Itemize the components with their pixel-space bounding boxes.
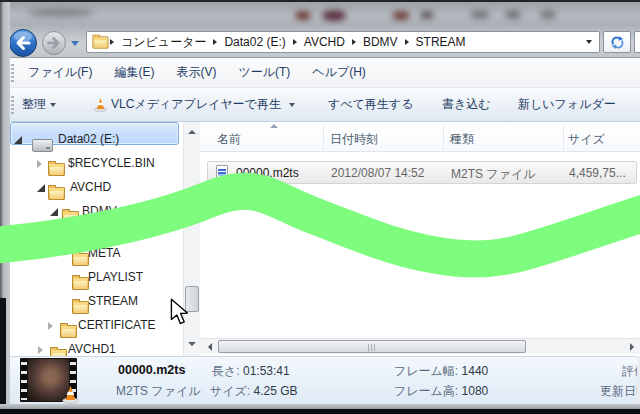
desktop-background-strip bbox=[0, 409, 640, 414]
expander-open-icon[interactable] bbox=[50, 208, 58, 216]
column-divider[interactable] bbox=[323, 124, 324, 150]
refresh-button[interactable] bbox=[603, 31, 631, 53]
breadcrumb-item-computer[interactable]: コンピューター bbox=[115, 34, 212, 51]
tree-item-stream-selected[interactable]: STREAM bbox=[10, 290, 183, 313]
breadcrumb-item-drive[interactable]: Data02 (E:) bbox=[218, 35, 291, 49]
thumb-grip-icon bbox=[368, 344, 377, 351]
list-horizontal-scrollbar[interactable] bbox=[200, 338, 640, 354]
scroll-left-button[interactable] bbox=[202, 339, 218, 355]
menu-tools[interactable]: ツール(T) bbox=[227, 64, 301, 81]
scroll-down-button[interactable] bbox=[184, 336, 200, 352]
new-folder-button[interactable]: 新しいフォルダー bbox=[518, 88, 616, 121]
play-all-label: すべて再生する bbox=[328, 96, 413, 113]
refresh-icon bbox=[610, 35, 625, 50]
tree-item-playlist[interactable]: PLAYLIST bbox=[10, 266, 183, 289]
triangle-down-icon bbox=[188, 342, 196, 346]
address-folder-icon bbox=[92, 36, 108, 48]
forward-button[interactable] bbox=[41, 30, 67, 56]
address-history-dropdown[interactable] bbox=[586, 40, 592, 44]
file-row-00000-m2ts[interactable]: 00000.m2ts 2012/08/07 14:52 M2TS ファイル 4,… bbox=[207, 161, 637, 184]
folder-icon bbox=[50, 349, 67, 356]
folder-icon bbox=[72, 301, 89, 314]
column-header-type[interactable]: 種類 bbox=[450, 131, 474, 148]
breadcrumb-item-avchd[interactable]: AVCHD bbox=[298, 35, 351, 49]
menu-edit[interactable]: 編集(E) bbox=[103, 64, 165, 81]
new-folder-label: 新しいフォルダー bbox=[518, 96, 616, 113]
navigation-tree-pane: Data02 (E:) $RECYCLE.BIN AVCHD BDMV META… bbox=[10, 122, 183, 356]
column-header-name[interactable]: 名前 bbox=[217, 131, 241, 148]
vlc-play-button[interactable]: VLCメディアプレイヤーで再生 bbox=[94, 88, 295, 121]
sort-ascending-icon bbox=[270, 124, 278, 128]
triangle-right-icon bbox=[630, 343, 634, 351]
expander-open-icon[interactable] bbox=[14, 136, 22, 144]
file-date: 2012/08/07 14:52 bbox=[331, 166, 424, 180]
tree-item-bdmv[interactable]: BDMV bbox=[10, 200, 183, 223]
column-divider[interactable] bbox=[443, 124, 444, 150]
triangle-left-icon bbox=[208, 343, 212, 351]
breadcrumb: コンピューター Data02 (E:) AVCHD BDMV STREAM bbox=[86, 31, 600, 53]
breadcrumb-separator-icon bbox=[213, 39, 217, 45]
details-pane: 00000.m2ts M2TS ファイル 長さ: 01:53:41 サイズ: 4… bbox=[10, 356, 637, 404]
file-list-pane: 名前 日付時刻 種類 サイズ 00000.m2ts 2012/08/07 14:… bbox=[200, 122, 640, 356]
details-length: 長さ: 01:53:41 bbox=[212, 363, 290, 380]
tree-item-label: BDMV bbox=[82, 204, 117, 218]
recent-pages-dropdown[interactable] bbox=[71, 41, 79, 46]
titlebar-blur-blob bbox=[28, 8, 94, 17]
scrollbar-thumb[interactable] bbox=[218, 340, 526, 353]
scroll-up-button[interactable] bbox=[184, 124, 200, 140]
titlebar-blur-blob bbox=[322, 10, 346, 21]
expander-closed-icon[interactable] bbox=[37, 160, 42, 168]
size-label: サイズ: bbox=[210, 384, 250, 398]
breadcrumb-separator-icon bbox=[293, 39, 297, 45]
column-header-size[interactable]: サイズ bbox=[568, 131, 605, 148]
expander-closed-icon[interactable] bbox=[48, 322, 53, 330]
menu-view[interactable]: 表示(V) bbox=[165, 64, 227, 81]
tree-item-label: META bbox=[88, 246, 120, 260]
tree-item-drive[interactable]: Data02 (E:) bbox=[10, 128, 183, 151]
vlc-cone-icon bbox=[62, 384, 79, 404]
breadcrumb-item-stream[interactable]: STREAM bbox=[410, 35, 472, 49]
frame-height-label: フレーム高: bbox=[394, 384, 458, 398]
command-toolbar: 整理 VLCメディアプレイヤーで再生 すべて再生する 書き込む 新しいフォルダー bbox=[0, 88, 640, 122]
folder-icon bbox=[72, 253, 89, 266]
menu-file[interactable]: ファイル(F) bbox=[17, 64, 103, 81]
titlebar-blur-blob bbox=[392, 11, 410, 20]
tree-item-recycle-bin[interactable]: $RECYCLE.BIN bbox=[10, 152, 183, 175]
back-button[interactable] bbox=[8, 28, 38, 58]
tree-item-certificate[interactable]: CERTIFICATE bbox=[10, 314, 183, 337]
tree-item-avchd1[interactable]: AVCHD1 bbox=[10, 338, 183, 356]
scroll-right-button[interactable] bbox=[624, 339, 640, 355]
breadcrumb-item-bdmv[interactable]: BDMV bbox=[357, 35, 404, 49]
burn-label: 書き込む bbox=[442, 96, 491, 113]
expander-closed-icon[interactable] bbox=[38, 346, 43, 354]
file-size: 4,459,75... bbox=[569, 166, 626, 180]
titlebar-blur-blob bbox=[505, 10, 521, 19]
menu-help[interactable]: ヘルプ(H) bbox=[301, 64, 377, 81]
vlc-cone-icon bbox=[94, 97, 107, 112]
details-frame-height: フレーム高: 1080 bbox=[394, 383, 488, 400]
column-header-date[interactable]: 日付時刻 bbox=[330, 131, 378, 148]
frame-height-value: 1080 bbox=[462, 384, 489, 398]
details-file-type: M2TS ファイル bbox=[116, 383, 200, 400]
chevron-down-icon bbox=[50, 103, 56, 107]
triangle-up-icon bbox=[188, 130, 196, 134]
tree-item-label: $RECYCLE.BIN bbox=[68, 156, 155, 170]
details-file-name: 00000.m2ts bbox=[118, 363, 185, 377]
size-value: 4.25 GB bbox=[254, 384, 298, 398]
search-box-partial[interactable] bbox=[634, 31, 640, 53]
tree-item-avchd[interactable]: AVCHD bbox=[10, 176, 183, 199]
burn-button[interactable]: 書き込む bbox=[442, 88, 491, 121]
window-top-edge bbox=[0, 0, 640, 2]
organize-button[interactable]: 整理 bbox=[22, 88, 56, 121]
toolbar-grip-handle bbox=[11, 96, 14, 114]
title-bar bbox=[0, 0, 640, 26]
expander-open-icon[interactable] bbox=[37, 184, 45, 192]
menubar-grip-handle bbox=[11, 64, 14, 82]
titlebar-blur-blob bbox=[420, 11, 434, 19]
mouse-cursor bbox=[170, 298, 190, 325]
column-divider[interactable] bbox=[563, 124, 564, 150]
chevron-down-icon bbox=[289, 103, 295, 107]
file-name: 00000.m2ts bbox=[236, 166, 299, 180]
play-all-button[interactable]: すべて再生する bbox=[328, 88, 413, 121]
tree-item-meta[interactable]: META bbox=[10, 242, 183, 265]
